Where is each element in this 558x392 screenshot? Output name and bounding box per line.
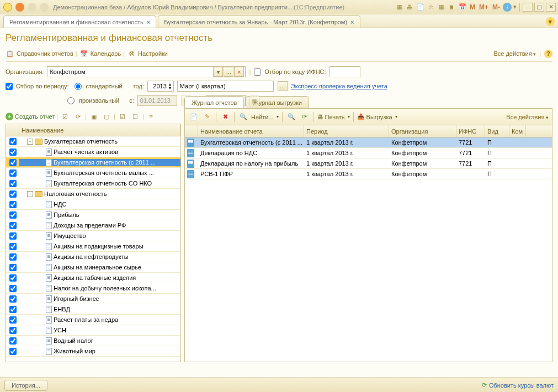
row-checkbox[interactable]	[9, 222, 17, 229]
memory-m[interactable]: M	[469, 3, 476, 11]
history-button[interactable]: История...	[4, 380, 47, 391]
calendar-icon[interactable]: 📅	[458, 3, 467, 12]
tree-folder-row[interactable]: −Налоговая отчетность	[6, 189, 180, 199]
collapse-icon[interactable]: −	[27, 139, 33, 145]
row-checkbox[interactable]	[9, 169, 17, 177]
help-icon[interactable]: ?	[544, 50, 552, 58]
row-checkbox[interactable]	[9, 232, 17, 240]
close-tab-icon[interactable]: ×	[350, 19, 354, 25]
settings-link[interactable]: Настройки	[138, 50, 168, 57]
row-checkbox[interactable]	[9, 295, 17, 303]
calendar-link[interactable]: Календарь	[91, 50, 121, 57]
row-checkbox[interactable]	[9, 327, 17, 334]
col-vid[interactable]: Вид	[485, 125, 509, 137]
row-checkbox[interactable]	[9, 337, 17, 345]
nav-fwd-icon[interactable]	[26, 2, 38, 13]
new-icon[interactable]: 📄	[188, 112, 199, 123]
row-checkbox[interactable]	[9, 243, 17, 250]
subtab-journal-reports[interactable]: Журнал отчетов	[184, 96, 244, 108]
tab-accounting-report[interactable]: Бухгалтерская отчетность за Январь - Мар…	[158, 15, 360, 28]
tree-item-row[interactable]: Налог на добычу полезных ископа...	[6, 283, 180, 294]
find-button[interactable]: Найти...	[251, 114, 279, 120]
from-date-input[interactable]: 01.01.2013	[137, 95, 177, 106]
tool-icon-5[interactable]: ▦	[437, 3, 446, 12]
col-org[interactable]: Организация	[389, 125, 456, 137]
express-check-link[interactable]: Экспресс-проверка ведения учета	[291, 83, 387, 89]
row-checkbox[interactable]	[9, 149, 17, 156]
deselect-all-icon[interactable]: ☐	[130, 111, 141, 122]
tree-folder-row[interactable]: −Бухгалтерская отчетность	[6, 136, 180, 147]
journal-all-actions[interactable]: Все действия	[506, 114, 549, 120]
nav-back-icon[interactable]	[14, 2, 25, 13]
row-checkbox[interactable]	[9, 274, 17, 282]
row-checkbox[interactable]	[9, 190, 17, 198]
favorite-icon[interactable]: ☆	[427, 3, 435, 12]
row-checkbox[interactable]	[9, 253, 17, 261]
row-checkbox[interactable]	[9, 211, 17, 219]
collapse-icon[interactable]: −	[27, 191, 33, 197]
star-circle-icon[interactable]	[39, 2, 50, 13]
tool-icon-2[interactable]: 🖶	[406, 3, 414, 12]
reload-icon[interactable]: ⟳	[299, 112, 310, 123]
period-input[interactable]: Март (I квартал)	[177, 81, 274, 92]
tree-item-row[interactable]: Акцизы на минеральное сырье	[6, 262, 180, 273]
row-checkbox[interactable]	[9, 285, 17, 292]
col-kom[interactable]: Ком	[509, 125, 526, 137]
tree-item-row[interactable]: УСН	[6, 325, 180, 336]
expand-icon[interactable]: ▣	[88, 111, 99, 122]
select-all-icon[interactable]: ☑	[117, 111, 128, 122]
calc-icon[interactable]: 🖩	[448, 3, 456, 12]
tree-item-row[interactable]: Расчет платы за недра	[6, 315, 180, 325]
row-checkbox[interactable]	[9, 348, 17, 355]
memory-mminus[interactable]: M-	[491, 3, 501, 11]
tree-item-row[interactable]: Бухгалтерская отчетность (с 2011 ...	[6, 157, 180, 168]
close-button[interactable]: ✕	[546, 3, 556, 12]
ifns-input[interactable]	[330, 66, 360, 77]
period-filter-checkbox[interactable]	[6, 83, 13, 90]
ifns-filter-checkbox[interactable]	[254, 68, 261, 76]
collapse-icon[interactable]: ▢	[101, 111, 112, 122]
row-checkbox[interactable]	[9, 180, 17, 187]
tree-item-row[interactable]: Акцизы на нефтепродукты	[6, 252, 180, 262]
row-checkbox[interactable]	[9, 138, 17, 145]
row-checkbox[interactable]	[9, 159, 17, 166]
tree-item-row[interactable]: Имущество	[6, 231, 180, 241]
standard-radio[interactable]	[75, 83, 82, 90]
tree-item-row[interactable]: Акцизы на табачные изделия	[6, 273, 180, 283]
export-dropdown[interactable]: 📤 Выгрузка	[357, 113, 397, 120]
dropdown-icon[interactable]: ▾	[213, 67, 223, 77]
panel-help-icon[interactable]: ▾	[546, 17, 555, 26]
row-checkbox[interactable]	[9, 201, 17, 208]
tree-header[interactable]: Наименование	[19, 124, 180, 136]
more-icon[interactable]: ≡	[146, 111, 157, 122]
date-picker-icon-2[interactable]: ▦	[249, 96, 259, 105]
tree-item-row[interactable]: ЕНВД	[6, 304, 180, 315]
tree-item-row[interactable]: Бухгалтерская отчетность СО НКО	[6, 178, 180, 189]
tree-item-row[interactable]: Животный мир	[6, 346, 180, 357]
tree-item-row[interactable]: НДС	[6, 199, 180, 210]
year-input[interactable]: 2013▴▾	[147, 81, 174, 92]
ellipsis-button[interactable]: …	[224, 67, 233, 77]
refresh-icon[interactable]: 🔍	[286, 112, 297, 123]
tree-item-row[interactable]: Игорный бизнес	[6, 294, 180, 304]
journal-row[interactable]: РСВ-1 ПФР1 квартал 2013 г.КонфетпромП	[185, 169, 552, 179]
journal-row[interactable]: Декларация по НДС1 квартал 2013 г.Конфет…	[185, 148, 552, 158]
tree-item-row[interactable]: Доходы за пределами РФ	[6, 220, 180, 231]
tab-regulated-reports[interactable]: Регламентированная и финансовая отчетнос…	[3, 15, 156, 28]
col-ifns[interactable]: ИФНС	[456, 125, 485, 137]
print-dropdown[interactable]: 🖶 Печать	[317, 114, 350, 120]
custom-radio[interactable]	[67, 97, 75, 104]
row-checkbox[interactable]	[9, 264, 17, 271]
tree-item-row[interactable]: Водный налог	[6, 336, 180, 346]
refresh-list-icon[interactable]: ⟳	[72, 111, 83, 122]
journal-row[interactable]: Бухгалтерская отчетность (с 2011 ...1 кв…	[185, 137, 552, 148]
info-icon[interactable]: i	[503, 3, 512, 12]
row-checkbox[interactable]	[9, 316, 17, 324]
refresh-rates-link[interactable]: ⟳ Обновить курсы валют	[482, 382, 554, 389]
col-period[interactable]: Период	[304, 125, 389, 137]
tree-item-row[interactable]: Бухгалтерская отчетность малых ...	[6, 168, 180, 178]
tool-icon-1[interactable]: ▦	[395, 3, 404, 12]
toggle-check-icon[interactable]: ☑	[60, 111, 71, 122]
minimize-button[interactable]: —	[523, 3, 533, 12]
close-tab-icon[interactable]: ×	[147, 19, 150, 25]
